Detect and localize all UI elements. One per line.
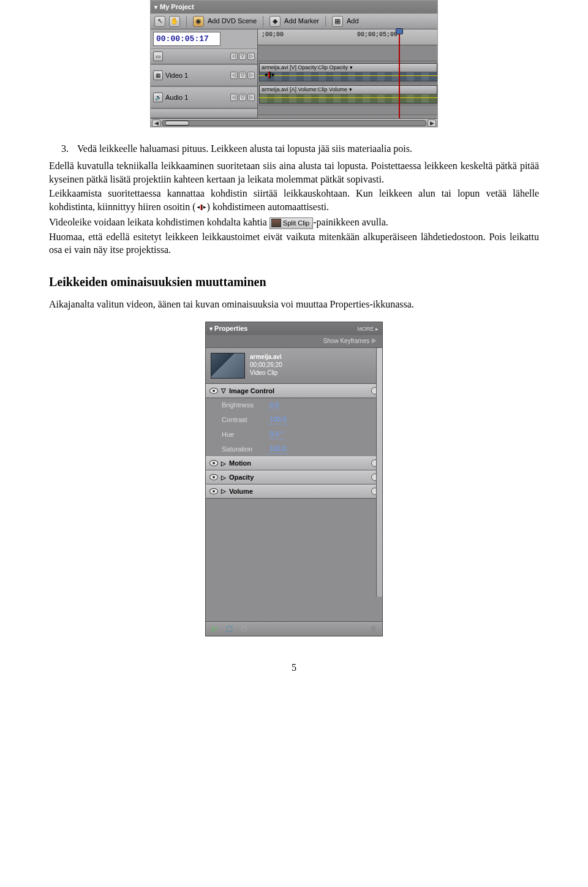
paragraph: Videoleike voidaan leikata kohdistimen k… <box>49 216 539 229</box>
group-image-control[interactable]: ▽ Image Control <box>206 384 382 398</box>
prop-label: Contrast <box>222 415 265 425</box>
play-icon[interactable]: ▷ <box>209 624 219 633</box>
marker-icon[interactable]: ◆ <box>270 16 281 27</box>
track-video-label: Video 1 <box>165 71 188 80</box>
timeline-body[interactable]: ;00;00 00;00;05;00 armeija.avi [V] Opaci… <box>258 29 437 119</box>
prop-contrast: Contrast 100,0 <box>206 412 382 427</box>
group-motion[interactable]: ▷ Motion <box>206 456 382 470</box>
collapse-icon: ▾ <box>209 325 213 332</box>
prop-brightness: Brightness 0,0 <box>206 398 382 413</box>
top-track-body[interactable] <box>258 45 437 61</box>
scroll-right-icon[interactable]: ▶ <box>428 119 436 127</box>
empty-area <box>206 499 382 621</box>
dvd-scene-icon[interactable]: ◉ <box>193 16 204 27</box>
group-label: Opacity <box>229 473 254 482</box>
timeline-scrollbar[interactable]: ◀ ▶ <box>151 118 437 127</box>
clip-duration: 00;00;26;20 <box>250 361 282 369</box>
show-keyframes-toggle[interactable]: Show Keyframes ⫸ <box>206 335 382 348</box>
scroll-track[interactable] <box>162 120 426 126</box>
arrow-down-icon[interactable]: ▽ <box>239 53 246 60</box>
trim-cursor-icon <box>263 70 276 81</box>
prop-value[interactable]: 100,0 <box>268 444 288 454</box>
hand-tool-icon[interactable]: ✋ <box>169 16 180 27</box>
svg-rect-5 <box>202 205 203 210</box>
svg-marker-6 <box>197 206 200 209</box>
group-opacity[interactable]: ▷ Opacity <box>206 470 382 485</box>
video-clip[interactable]: armeija.avi [V] Opacity:Clip Opacity ▾ <box>259 63 437 81</box>
playhead[interactable] <box>399 29 400 119</box>
frame-icon[interactable]: ▢ <box>224 624 234 633</box>
arrow-left-icon[interactable]: ◁ <box>230 72 238 79</box>
eye-icon[interactable] <box>209 488 218 494</box>
eye-icon[interactable] <box>209 474 218 480</box>
add-partial[interactable]: Add <box>347 17 359 26</box>
track-headers: 00:00:05:17 ▭ ◁ ▽ ▷ ▦ Video 1 ◁ ▽ ▷ <box>151 29 258 119</box>
paragraph: Leikkaamista suoritettaessa kannattaa ko… <box>49 187 539 214</box>
trash-icon[interactable]: 🗑 <box>369 624 379 633</box>
scroll-left-icon[interactable]: ◀ <box>152 119 160 127</box>
arrow-down-icon[interactable]: ▽ <box>239 72 246 79</box>
trim-cursor-icon <box>196 201 207 214</box>
arrow-left-icon[interactable]: ◁ <box>230 94 238 101</box>
stop-icon[interactable]: ◻ <box>239 624 249 633</box>
time-ruler[interactable]: ;00;00 00;00;05;00 <box>258 29 437 45</box>
text-run: ) kohdistimeen automaattisesti. <box>207 202 330 212</box>
ruler-mark: 00;00;05;00 <box>357 31 398 39</box>
audio-track-body[interactable]: armeija.avi [A] Volume:Clip Volume ▾ <box>258 83 437 105</box>
arrow-left-icon[interactable]: ◁ <box>230 53 238 60</box>
text-run: Videoleike voidaan leikata kohdistimen k… <box>49 217 270 227</box>
properties-title: Properties <box>214 325 247 332</box>
playhead-handle-icon[interactable] <box>396 28 403 34</box>
arrow-down-icon[interactable]: ▽ <box>239 94 246 101</box>
arrow-right-icon[interactable]: ▷ <box>247 53 255 60</box>
panel-header: ▾ My Project <box>151 1 437 13</box>
prop-label: Saturation <box>222 445 265 454</box>
group-label: Volume <box>229 487 253 496</box>
video-clip-label: armeija.avi [V] Opacity:Clip Opacity ▾ <box>260 64 437 72</box>
track-audio-label: Audio 1 <box>165 93 188 102</box>
prop-value[interactable]: 100,0 <box>268 415 288 425</box>
expand-icon[interactable]: ▷ <box>221 487 226 496</box>
volume-line <box>259 97 437 98</box>
paragraph: Huomaa, että edellä esitetyt leikkeen le… <box>49 230 539 257</box>
list-number: 3. <box>49 142 71 157</box>
paragraph: Aikajanalta valitun videon, äänen tai ku… <box>49 298 539 311</box>
more-menu[interactable]: MORE ▸ <box>357 325 379 333</box>
group-label: Image Control <box>229 387 274 396</box>
svg-marker-2 <box>264 73 267 76</box>
expand-icon[interactable]: ▷ <box>221 474 226 482</box>
split-clip-button[interactable]: Split Clip <box>270 217 313 229</box>
add-marker-button[interactable]: Add Marker <box>284 17 319 26</box>
group-label: Motion <box>229 459 251 468</box>
timecode[interactable]: 00:00:05:17 <box>153 32 221 47</box>
group-volume[interactable]: ▷ Volume <box>206 485 382 499</box>
video-track-body[interactable]: armeija.avi [V] Opacity:Clip Opacity ▾ <box>258 61 437 83</box>
pointer-tool-icon[interactable]: ↖ <box>154 16 165 27</box>
prop-label: Brightness <box>222 401 265 410</box>
opacity-line <box>259 75 437 76</box>
scroll-thumb[interactable] <box>165 121 189 126</box>
prop-value[interactable]: 0,0 ° <box>268 429 285 439</box>
expand-icon[interactable]: ▷ <box>221 459 226 468</box>
audio-clip[interactable]: armeija.avi [A] Volume:Clip Volume ▾ <box>259 85 437 104</box>
split-clip-label: Split Clip <box>283 219 309 228</box>
track-head-extra <box>151 108 257 118</box>
section-heading: Leikkeiden ominaisuuksien muuttaminen <box>49 274 539 290</box>
expand-icon[interactable]: ▽ <box>221 387 226 395</box>
paragraph: Edellä kuvatulla tekniikalla leikkaamine… <box>49 159 539 186</box>
extra-track-body[interactable] <box>258 105 437 115</box>
eye-icon[interactable] <box>209 388 218 394</box>
add-dvd-scene-button[interactable]: Add DVD Scene <box>208 17 257 26</box>
speaker-icon: 🔊 <box>153 92 163 102</box>
collapse-icon: ▾ <box>154 3 157 12</box>
timeline-screenshot: ▾ My Project ↖ ✋ ◉ Add DVD Scene ◆ Add M… <box>150 0 438 127</box>
add-icon[interactable]: ▦ <box>332 16 343 27</box>
scrollbar[interactable] <box>376 348 382 597</box>
track-head-audio: 🔊 Audio 1 ◁ ▽ ▷ <box>151 86 257 108</box>
arrow-right-icon[interactable]: ▷ <box>247 72 255 79</box>
prop-saturation: Saturation 100,0 <box>206 442 382 456</box>
arrow-right-icon[interactable]: ▷ <box>247 94 255 101</box>
eye-icon[interactable] <box>209 460 218 466</box>
track-head-top: ▭ ◁ ▽ ▷ <box>151 48 257 64</box>
prop-value[interactable]: 0,0 <box>268 401 280 410</box>
